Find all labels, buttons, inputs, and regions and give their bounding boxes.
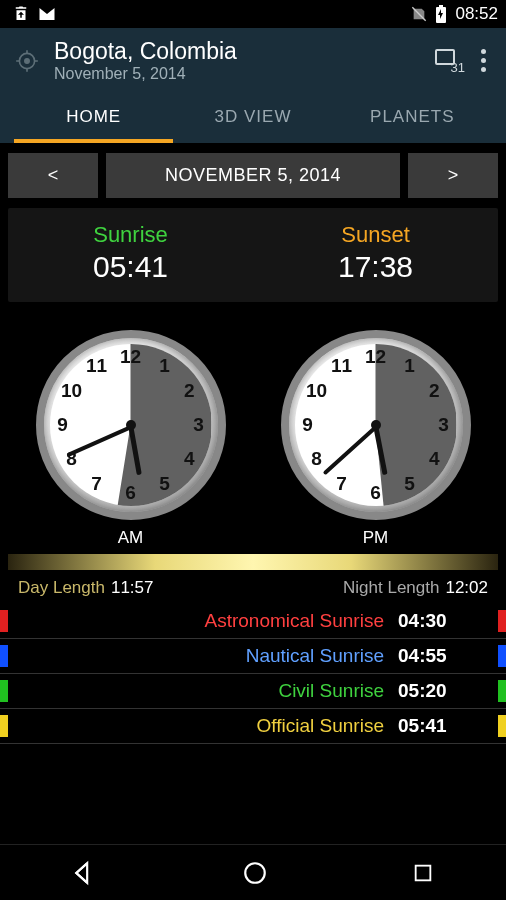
event-color-bar (0, 645, 8, 667)
svg-rect-5 (416, 865, 431, 880)
status-bar: 08:52 (0, 0, 506, 28)
date-picker-button[interactable]: NOVEMBER 5, 2014 (106, 153, 400, 198)
length-row: Day Length 11:57 Night Length 12:02 (0, 570, 506, 604)
tab-home[interactable]: HOME (14, 93, 173, 143)
event-row[interactable]: Astronomical Sunrise04:30 (0, 604, 506, 639)
event-row[interactable]: Civil Sunrise05:20 (0, 674, 506, 709)
event-label: Civil Sunrise (8, 680, 398, 702)
event-color-bar (498, 645, 506, 667)
event-color-bar (0, 715, 8, 737)
calendar-button[interactable]: 31 (435, 53, 461, 69)
status-time: 08:52 (455, 4, 498, 24)
event-color-bar (0, 680, 8, 702)
sunrise-time: 05:41 (8, 250, 253, 284)
daylight-bar (8, 554, 498, 570)
event-label: Nautical Sunrise (8, 645, 398, 667)
tab-bar: HOME 3D VIEW PLANETS (14, 93, 492, 143)
svg-point-3 (25, 58, 29, 62)
recents-button[interactable] (412, 862, 434, 884)
event-label: Astronomical Sunrise (8, 610, 398, 632)
pm-label: PM (281, 528, 471, 548)
system-nav-bar (0, 844, 506, 900)
location-date: November 5, 2014 (54, 65, 421, 83)
event-row[interactable]: Official Sunrise05:41 (0, 709, 506, 744)
tab-3d-view[interactable]: 3D VIEW (173, 93, 332, 143)
events-list[interactable]: Astronomical Sunrise04:30Nautical Sunris… (0, 604, 506, 744)
event-time: 04:55 (398, 645, 498, 667)
svg-point-4 (245, 863, 265, 883)
event-color-bar (498, 715, 506, 737)
next-day-button[interactable]: > (408, 153, 498, 198)
am-label: AM (36, 528, 226, 548)
night-length-value: 12:02 (445, 578, 488, 598)
event-color-bar (0, 610, 8, 632)
clocks-row: 123456789101112 AM 123456789101112 PM (0, 312, 506, 554)
sunset-time: 17:38 (253, 250, 498, 284)
event-color-bar (498, 680, 506, 702)
no-sim-icon (411, 6, 427, 22)
day-length-value: 11:57 (111, 578, 154, 598)
event-time: 04:30 (398, 610, 498, 632)
mail-icon (38, 5, 56, 23)
event-color-bar (498, 610, 506, 632)
location-title: Bogota, Colombia (54, 38, 421, 65)
app-header: Bogota, Colombia November 5, 2014 31 HOM… (0, 28, 506, 143)
event-time: 05:41 (398, 715, 498, 737)
location-icon[interactable] (14, 48, 40, 74)
overflow-menu-button[interactable] (475, 43, 492, 78)
home-button[interactable] (242, 860, 268, 886)
date-navigator: < NOVEMBER 5, 2014 > (0, 143, 506, 208)
night-length-label: Night Length (343, 578, 439, 598)
svg-rect-1 (439, 5, 443, 7)
am-clock: 123456789101112 (36, 330, 226, 520)
event-row[interactable]: Nautical Sunrise04:55 (0, 639, 506, 674)
tab-planets[interactable]: PLANETS (333, 93, 492, 143)
download-icon (12, 5, 30, 23)
sunset-label: Sunset (253, 222, 498, 248)
prev-day-button[interactable]: < (8, 153, 98, 198)
pm-clock: 123456789101112 (281, 330, 471, 520)
event-label: Official Sunrise (8, 715, 398, 737)
day-length-label: Day Length (18, 578, 105, 598)
event-time: 05:20 (398, 680, 498, 702)
back-button[interactable] (72, 860, 98, 886)
battery-charging-icon (435, 5, 447, 23)
sun-panel: Sunrise 05:41 Sunset 17:38 (8, 208, 498, 302)
sunrise-label: Sunrise (8, 222, 253, 248)
